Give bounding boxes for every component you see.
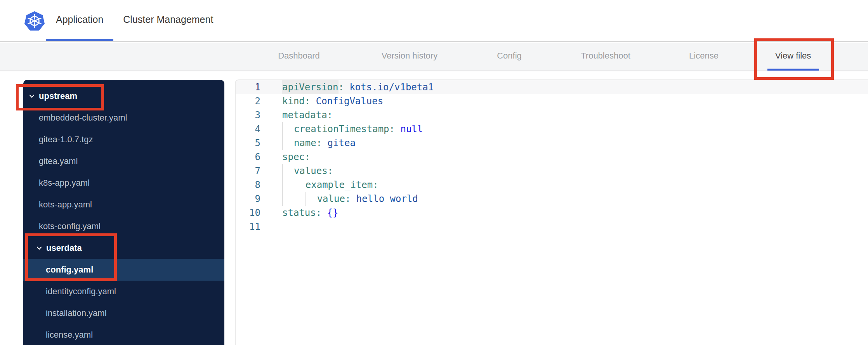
indent-guide xyxy=(282,164,294,178)
app-header: Application Cluster Management xyxy=(0,0,868,42)
file-installation-yaml[interactable]: installation.yaml xyxy=(23,302,224,324)
code-text: creationTimestamp: null xyxy=(282,122,423,136)
file-kots-app-yaml[interactable]: kots-app.yaml xyxy=(23,194,224,216)
file-embedded-cluster-yaml[interactable]: embedded-cluster.yaml xyxy=(23,107,224,129)
code-text: name: gitea xyxy=(282,136,356,150)
token-pun: : xyxy=(327,108,333,122)
token-pun: : xyxy=(316,206,327,220)
file-identityconfig-yaml[interactable]: identityconfig.yaml xyxy=(23,281,224,302)
nav-tab-dashboard[interactable]: Dashboard xyxy=(270,43,328,71)
token-val: gitea xyxy=(328,136,356,150)
tab-application[interactable]: Application xyxy=(46,0,113,41)
chevron-down-icon xyxy=(36,245,42,251)
file-config-yaml[interactable]: config.yaml xyxy=(23,259,224,281)
code-line: 6spec: xyxy=(236,150,868,164)
code-line: 10status: {} xyxy=(236,206,868,220)
tab-application-label: Application xyxy=(56,14,103,25)
line-number: 1 xyxy=(236,80,260,94)
code-line: 2kind: ConfigValues xyxy=(236,94,868,108)
token-key: creationTimestamp xyxy=(294,122,389,136)
kubernetes-logo xyxy=(24,11,45,32)
token-key: values xyxy=(294,164,328,178)
nav-tab-label: View files xyxy=(775,51,811,61)
file-tree-sidebar: upstreamembedded-cluster.yamlgitea-1.0.7… xyxy=(23,80,224,345)
nav-tab-license[interactable]: License xyxy=(681,43,726,71)
file-name: embedded-cluster.yaml xyxy=(39,113,127,123)
nav-tab-config[interactable]: Config xyxy=(489,43,529,71)
code-text: metadata: xyxy=(282,108,333,122)
indent-guide xyxy=(282,178,294,192)
code-line: 3metadata: xyxy=(236,108,868,122)
token-pun: : xyxy=(305,94,316,108)
folder-userdata[interactable]: userdata xyxy=(23,237,224,259)
file-name: kots-config.yaml xyxy=(39,221,101,231)
token-key: name xyxy=(294,136,316,150)
file-name: identityconfig.yaml xyxy=(46,286,116,297)
folder-name: upstream xyxy=(39,91,77,101)
file-name: k8s-app.yaml xyxy=(39,178,90,188)
line-number: 5 xyxy=(236,136,260,150)
file-gitea-1-0-7-tgz[interactable]: gitea-1.0.7.tgz xyxy=(23,129,224,150)
line-number: 8 xyxy=(236,178,260,192)
indent-guide xyxy=(282,136,294,150)
token-atom: {} xyxy=(327,206,339,220)
file-gitea-yaml[interactable]: gitea.yaml xyxy=(23,150,224,172)
file-kots-config-yaml[interactable]: kots-config.yaml xyxy=(23,216,224,237)
token-atom: null xyxy=(400,122,423,136)
code-line: 9value: hello world xyxy=(236,192,868,206)
indent-guide xyxy=(294,192,306,206)
nav-tab-label: Config xyxy=(497,51,522,61)
file-license-yaml[interactable]: license.yaml xyxy=(23,324,224,345)
file-name: license.yaml xyxy=(46,330,93,340)
code-line: 7values: xyxy=(236,164,868,178)
code-text: spec: xyxy=(282,150,310,164)
tab-cluster-management-label: Cluster Management xyxy=(123,14,213,25)
token-key-hl: apiVersion xyxy=(282,80,339,94)
indent-guide xyxy=(282,122,294,136)
token-pun: : xyxy=(373,178,378,192)
token-val: hello world xyxy=(356,192,418,206)
token-key: metadata xyxy=(282,108,327,122)
token-val: ConfigValues xyxy=(316,94,383,108)
tab-cluster-management[interactable]: Cluster Management xyxy=(123,0,213,41)
nav-tab-version-history[interactable]: Version history xyxy=(374,43,445,71)
nav-tab-view-files[interactable]: View files xyxy=(767,43,819,71)
nav-tab-label: Dashboard xyxy=(278,51,320,61)
file-editor-pane[interactable]: 1apiVersion: kots.io/v1beta12kind: Confi… xyxy=(235,79,868,345)
line-number: 11 xyxy=(236,220,260,234)
header-tabs: Application Cluster Management xyxy=(46,0,213,41)
token-key: status xyxy=(282,206,316,220)
code-text: value: hello world xyxy=(282,192,418,206)
line-number: 9 xyxy=(236,192,260,206)
code-text: status: {} xyxy=(282,206,339,220)
nav-tab-label: License xyxy=(689,51,719,61)
line-number: 3 xyxy=(236,108,260,122)
token-key: value xyxy=(317,192,345,206)
code-text: kind: ConfigValues xyxy=(282,94,383,108)
indent-guide xyxy=(294,178,306,192)
line-number: 2 xyxy=(236,94,260,108)
line-number: 4 xyxy=(236,122,260,136)
code-line: 1apiVersion: kots.io/v1beta1 xyxy=(236,80,868,94)
line-number: 6 xyxy=(236,150,260,164)
folder-upstream[interactable]: upstream xyxy=(23,85,224,107)
code-line: 8example_item: xyxy=(236,178,868,192)
file-name: installation.yaml xyxy=(46,308,107,318)
token-pun: : xyxy=(328,164,333,178)
token-val: kots.io/v1beta1 xyxy=(349,80,434,94)
code-text: example_item: xyxy=(282,178,378,192)
nav-tab-troubleshoot[interactable]: Troubleshoot xyxy=(573,43,638,71)
indent-guide xyxy=(306,192,317,206)
token-pun: : xyxy=(316,136,328,150)
token-key: kind xyxy=(282,94,305,108)
kots-admin-console: Application Cluster Management Dashboard… xyxy=(0,0,868,345)
nav-tab-label: Version history xyxy=(382,51,437,61)
token-key: example_item xyxy=(306,178,373,192)
code-line: 5name: gitea xyxy=(236,136,868,150)
nav-tab-label: Troubleshoot xyxy=(581,51,630,61)
code-line: 11 xyxy=(236,220,868,234)
file-name: config.yaml xyxy=(46,265,93,275)
file-k8s-app-yaml[interactable]: k8s-app.yaml xyxy=(23,172,224,194)
token-pun: : xyxy=(389,122,401,136)
code-text: apiVersion: kots.io/v1beta1 xyxy=(282,80,434,94)
